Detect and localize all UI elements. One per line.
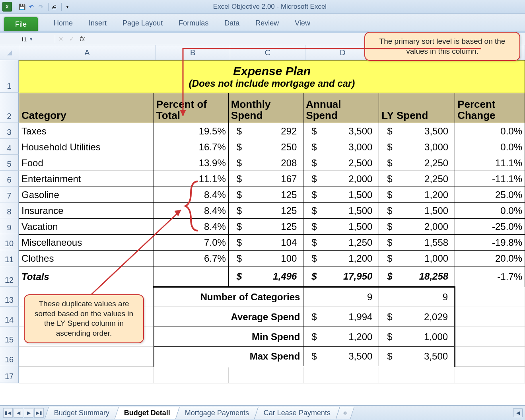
row-header-17[interactable]: 17 [0,366,19,383]
row-header-3[interactable]: 3 [0,123,19,139]
cell-chg[interactable]: -25.0% [455,219,525,235]
cell-chg[interactable]: -11.1% [455,171,525,187]
cell-pct[interactable]: 6.7% [154,251,228,266]
tab-nav-first-icon[interactable]: ▮◀ [3,408,13,418]
undo-icon[interactable]: ↶ [27,3,35,11]
cell-category[interactable]: Gasoline [19,187,154,203]
stats-label[interactable]: Average Spend [154,307,303,327]
cell-ann[interactable]: $2,000 [303,171,379,187]
tab-insert[interactable]: Insert [81,16,115,31]
row-header-11[interactable]: 11 [0,250,19,266]
cell-ly[interactable]: $2,000 [379,219,455,235]
select-all-corner[interactable] [0,45,19,60]
stats-d[interactable]: $1,200 [303,327,379,347]
row-header-12[interactable]: 12 [0,266,19,287]
cell-category[interactable]: Insurance [19,203,154,219]
tab-data[interactable]: Data [216,16,247,31]
stats-d[interactable]: $3,500 [303,347,379,367]
row-header-9[interactable]: 9 [0,218,19,234]
cell-pct[interactable]: 19.5% [154,123,228,139]
cell-chg[interactable]: 20.0% [455,251,525,266]
cell-ann[interactable]: $1,250 [303,235,379,251]
hscroll-left-icon[interactable]: ◀ [513,408,523,417]
cell-ann[interactable]: $1,200 [303,251,379,266]
cell-mon[interactable]: $125 [228,203,303,219]
name-box-dropdown-icon[interactable]: ▼ [29,37,33,41]
tab-formulas[interactable]: Formulas [171,16,216,31]
cell-category[interactable]: Taxes [19,123,154,139]
cell-ann[interactable]: $3,500 [303,123,379,139]
cell-mon[interactable]: $167 [228,171,303,187]
redo-icon[interactable]: ↷ [37,3,45,11]
cell-mon[interactable]: $100 [228,251,303,266]
tab-review[interactable]: Review [247,16,287,31]
cell-pct[interactable]: 8.4% [154,187,228,203]
cell-ly[interactable]: $1,000 [379,251,455,266]
row-header-10[interactable]: 10 [0,234,19,250]
cell-category[interactable]: Entertainment [19,171,154,187]
cell-mon[interactable]: $208 [228,155,303,171]
row-header-4[interactable]: 4 [0,139,19,155]
cell-ly[interactable]: $2,250 [379,171,455,187]
cell-ly[interactable]: $3,500 [379,123,455,139]
cell-pct[interactable]: 11.1% [154,171,228,187]
tab-view[interactable]: View [287,16,318,31]
save-icon[interactable]: 💾 [18,3,26,11]
cell-ann[interactable]: $1,500 [303,187,379,203]
cell-ann[interactable]: $2,500 [303,155,379,171]
stats-d[interactable]: $1,994 [303,307,379,327]
row-header-2[interactable]: 2 [0,93,19,123]
cell-mon[interactable]: $104 [228,235,303,251]
tab-nav-prev-icon[interactable]: ◀ [14,408,23,418]
name-box[interactable]: I1 ▼ [0,35,55,43]
qat-customize-icon[interactable]: ▾ [63,3,71,11]
cell-mon[interactable]: $250 [228,139,303,155]
stats-label[interactable]: Min Spend [154,327,303,347]
print-icon[interactable]: 🖨 [50,3,58,11]
row-header-8[interactable]: 8 [0,202,19,218]
cell-mon[interactable]: $292 [228,123,303,139]
cell-ly[interactable]: $1,500 [379,203,455,219]
sheet-tab-mortgage-payments[interactable]: Mortgage Payments [175,407,259,419]
cell-chg[interactable]: 25.0% [455,187,525,203]
stats-e[interactable]: $3,500 [379,347,455,367]
cell-category[interactable]: Food [19,155,154,171]
cell-pct[interactable]: 7.0% [154,235,228,251]
cell-pct[interactable]: 16.7% [154,139,228,155]
cell-chg[interactable]: 0.0% [455,139,525,155]
row-header-15[interactable]: 15 [0,327,19,346]
col-header-c[interactable]: C [230,45,305,60]
tab-nav-last-icon[interactable]: ▶▮ [34,408,44,418]
cell-ly[interactable]: $1,200 [379,187,455,203]
cell-ann[interactable]: $1,500 [303,203,379,219]
fx-icon[interactable]: fx [80,35,85,43]
cell-mon[interactable]: $125 [228,219,303,235]
cell-ly[interactable]: $3,000 [379,139,455,155]
stats-e[interactable]: 9 [379,287,455,307]
row-header-13[interactable]: 13 [0,287,19,307]
cell-ly[interactable]: $2,250 [379,155,455,171]
tab-page-layout[interactable]: Page Layout [115,16,171,31]
stats-label[interactable]: Number of Categories [154,287,303,307]
file-tab[interactable]: File [4,17,38,31]
stats-e[interactable]: $1,000 [379,327,455,347]
stats-e[interactable]: $2,029 [379,307,455,327]
cell-ann[interactable]: $3,000 [303,139,379,155]
stats-d[interactable]: 9 [303,287,379,307]
cell-ann[interactable]: $1,500 [303,219,379,235]
cell-pct[interactable]: 13.9% [154,155,228,171]
sheet-tab-car-lease-payments[interactable]: Car Lease Payments [254,407,340,419]
row-header-14[interactable]: 14 [0,307,19,327]
cell-category[interactable]: Clothes [19,251,154,266]
col-header-a[interactable]: A [19,45,156,60]
col-header-b[interactable]: B [156,45,230,60]
cell-category[interactable]: Household Utilities [19,139,154,155]
cell-category[interactable]: Vacation [19,219,154,235]
tab-home[interactable]: Home [46,16,81,31]
row-header-5[interactable]: 5 [0,155,19,171]
cell-chg[interactable]: 0.0% [455,203,525,219]
sheet-tab-budget-summary[interactable]: Budget Summary [45,407,119,419]
sheet-tab-budget-detail[interactable]: Budget Detail [115,407,180,419]
cell-chg[interactable]: 11.1% [455,155,525,171]
cell-category[interactable]: Miscellaneous [19,235,154,251]
